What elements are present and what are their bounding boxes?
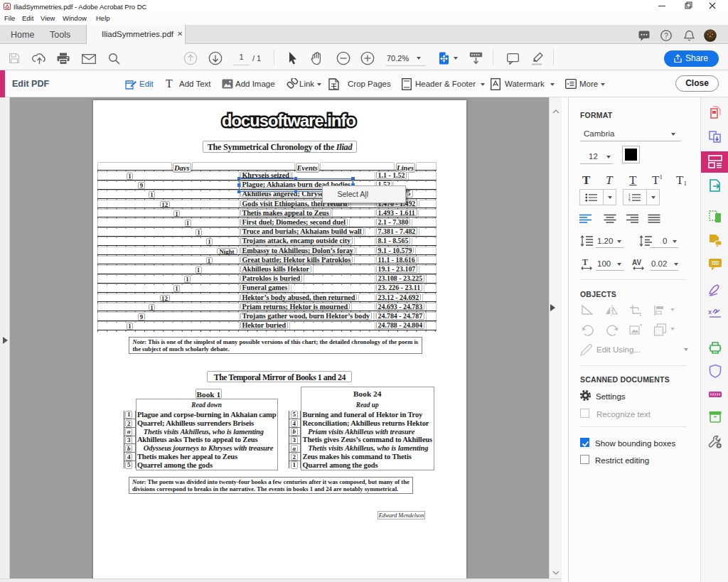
svg-text:x: x <box>708 308 712 316</box>
svg-text:docusoftware.info: docusoftware.info <box>222 112 355 130</box>
svg-text:?: ? <box>664 32 668 40</box>
svg-text:T: T <box>582 258 588 267</box>
svg-text:3: 3 <box>628 200 631 203</box>
svg-text:AV: AV <box>632 259 641 266</box>
